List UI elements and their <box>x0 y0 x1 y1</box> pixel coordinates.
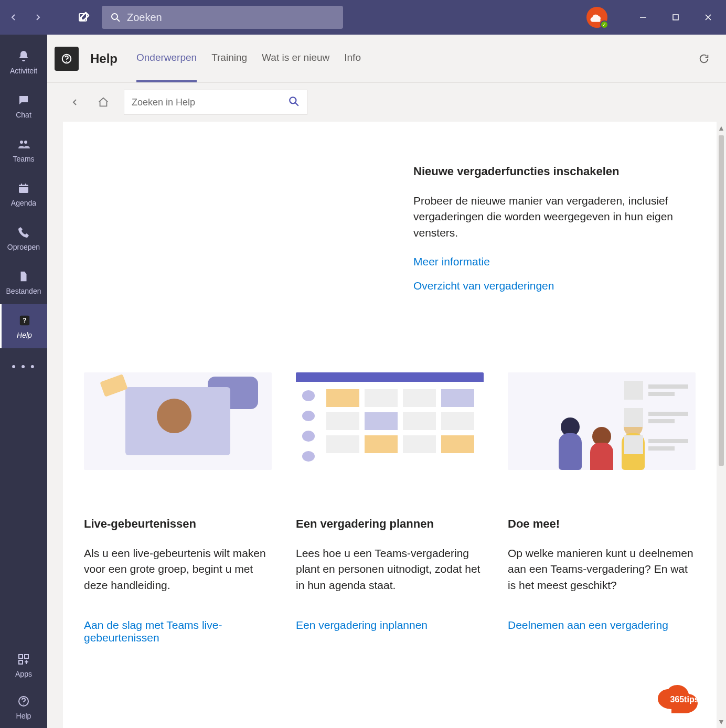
help-circle-icon <box>16 694 31 709</box>
help-home-button[interactable] <box>95 94 111 110</box>
scrollbar[interactable]: ▲ ▼ <box>717 122 726 728</box>
calendar-icon <box>16 181 31 196</box>
help-search[interactable] <box>124 90 307 115</box>
rail-item-help-bottom[interactable]: Help <box>0 686 47 728</box>
svg-text:?: ? <box>23 317 26 324</box>
svg-rect-9 <box>25 655 28 658</box>
card-link[interactable]: Deelnemen aan een vergadering <box>508 619 696 631</box>
rail-item-apps[interactable]: Apps <box>0 644 47 686</box>
tab-whatsnew[interactable]: Wat is er nieuw <box>262 35 329 82</box>
svg-point-12 <box>23 704 24 705</box>
tab-training[interactable]: Training <box>211 35 247 82</box>
refresh-button[interactable] <box>697 51 711 66</box>
help-cards-row: Live-gebeurtenissen Als u een live-gebeu… <box>84 372 696 656</box>
scroll-up-icon[interactable]: ▲ <box>718 122 725 134</box>
feature-link-more[interactable]: Meer informatie <box>413 255 696 268</box>
titlebar: ✓ <box>0 0 726 35</box>
window-maximize-button[interactable] <box>664 9 687 26</box>
help-icon: ? <box>17 313 32 328</box>
svg-rect-5 <box>19 185 28 193</box>
rail-item-files[interactable]: Bestanden <box>0 260 47 304</box>
tabbar: Onderwerpen Training Wat is er nieuw Inf… <box>136 35 361 82</box>
card-title: Een vergadering plannen <box>296 517 484 531</box>
rail-label: Help <box>16 712 31 720</box>
feature-link-overview[interactable]: Overzicht van vergaderingen <box>413 280 696 292</box>
svg-point-3 <box>20 141 23 144</box>
window-close-button[interactable] <box>697 9 720 26</box>
rail-item-chat[interactable]: Chat <box>0 84 47 128</box>
svg-rect-8 <box>19 655 23 658</box>
search-icon <box>110 12 121 23</box>
card-link[interactable]: Aan de slag met Teams live-gebeurtenisse… <box>84 619 272 644</box>
global-search[interactable] <box>102 6 343 29</box>
help-content-scroll: Nieuwe vergaderfuncties inschakelen Prob… <box>63 122 717 728</box>
phone-icon <box>16 225 31 240</box>
rail-label: Agenda <box>11 199 36 207</box>
card-illustration <box>84 372 272 470</box>
scroll-down-icon[interactable]: ▼ <box>718 715 725 728</box>
card-live-events: Live-gebeurtenissen Als u een live-gebeu… <box>84 372 272 656</box>
card-body: Lees hoe u een Teams-vergadering plant e… <box>296 545 484 604</box>
rail-label: Teams <box>13 155 34 163</box>
feature-title: Nieuwe vergaderfuncties inschakelen <box>413 165 696 178</box>
svg-text:365tips: 365tips <box>670 695 699 704</box>
rail-item-teams[interactable]: Teams <box>0 128 47 172</box>
card-link[interactable]: Een vergadering inplannen <box>296 619 484 631</box>
subheader <box>47 83 726 122</box>
chat-icon <box>16 93 31 108</box>
svg-point-1 <box>112 14 118 19</box>
card-illustration <box>296 372 484 470</box>
feature-body: Probeer de nieuwe manier van vergaderen,… <box>413 193 696 241</box>
card-plan-meeting: Een vergadering plannen Lees hoe u een T… <box>296 372 484 656</box>
rail-label: Oproepen <box>7 243 40 251</box>
rail-item-calls[interactable]: Oproepen <box>0 216 47 260</box>
file-icon <box>16 269 31 284</box>
card-body: Als u een live-gebeurtenis wilt maken vo… <box>84 545 272 604</box>
content-area: Help Onderwerpen Training Wat is er nieu… <box>47 35 726 728</box>
card-illustration <box>508 372 696 470</box>
search-icon <box>288 95 300 109</box>
tab-topics[interactable]: Onderwerpen <box>136 35 197 82</box>
rail-label: Chat <box>16 111 31 119</box>
global-search-input[interactable] <box>127 12 335 24</box>
bell-icon <box>16 49 31 63</box>
help-back-button[interactable] <box>67 94 83 110</box>
account-avatar[interactable]: ✓ <box>586 7 607 28</box>
window-minimize-button[interactable] <box>632 9 655 26</box>
nav-back-button[interactable] <box>6 10 21 25</box>
card-join-meeting: Doe mee! Op welke manieren kunt u deelne… <box>508 372 696 656</box>
feature-new-meeting: Nieuwe vergaderfuncties inschakelen Prob… <box>84 165 696 322</box>
compose-button[interactable] <box>76 9 92 26</box>
card-title: Live-gebeurtenissen <box>84 517 272 531</box>
svg-rect-10 <box>19 660 23 664</box>
help-badge-icon <box>55 47 79 71</box>
page-title: Help <box>90 51 118 66</box>
rail-more-button[interactable]: • • • <box>0 348 47 385</box>
scrollbar-thumb[interactable] <box>719 135 724 466</box>
svg-rect-2 <box>673 15 678 20</box>
teams-icon <box>16 137 31 152</box>
apps-icon <box>16 652 31 667</box>
rail-item-agenda[interactable]: Agenda <box>0 172 47 216</box>
app-rail: Activiteit Chat Teams Agenda Oproepen <box>0 35 47 728</box>
rail-label: Bestanden <box>6 287 41 295</box>
rail-label: Apps <box>15 670 32 678</box>
tab-info[interactable]: Info <box>344 35 361 82</box>
card-body: Op welke manieren kunt u deelnemen aan e… <box>508 545 696 604</box>
rail-label: Activiteit <box>10 67 37 75</box>
rail-item-help[interactable]: ? Help <box>0 304 47 348</box>
svg-point-14 <box>66 61 67 62</box>
page-header: Help Onderwerpen Training Wat is er nieu… <box>47 35 726 83</box>
rail-label: Help <box>17 331 32 339</box>
feature-illustration <box>84 165 388 322</box>
svg-point-4 <box>24 141 27 144</box>
presence-available-icon: ✓ <box>600 20 608 29</box>
card-title: Doe mee! <box>508 517 696 531</box>
nav-forward-button[interactable] <box>30 10 45 25</box>
svg-point-15 <box>290 97 296 103</box>
rail-item-activity[interactable]: Activiteit <box>0 40 47 84</box>
brand-badge[interactable]: 365tips <box>656 685 713 713</box>
help-search-input[interactable] <box>132 97 288 108</box>
